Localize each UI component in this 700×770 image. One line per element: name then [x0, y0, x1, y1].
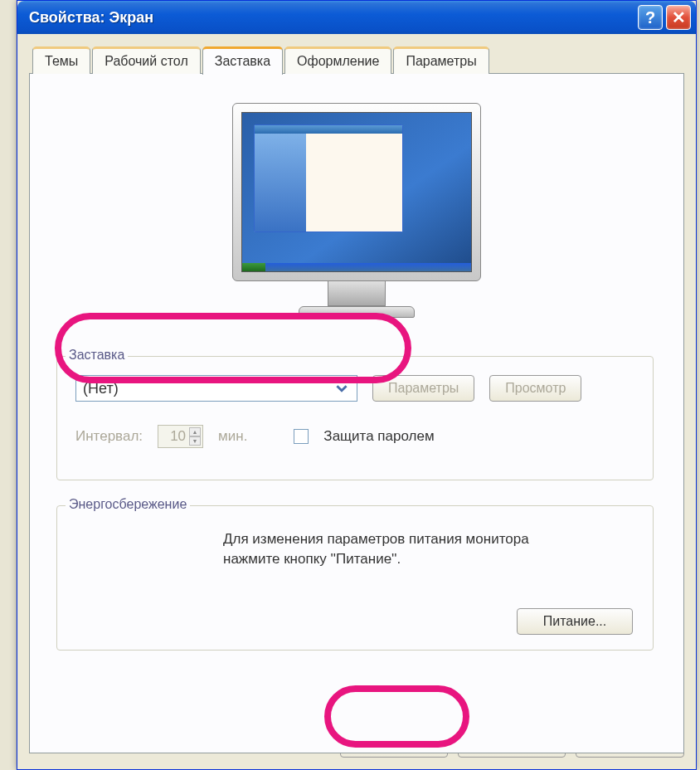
power-text-line: нажмите кнопку ''Питание''. — [223, 551, 401, 567]
screensaver-groupbox: Заставка (Нет) Параметры Просмотр Интерв… — [56, 356, 654, 480]
interval-label: Интервал: — [75, 428, 143, 445]
screensaver-preview-button[interactable]: Просмотр — [489, 375, 581, 402]
tab-appearance[interactable]: Оформление — [284, 46, 391, 74]
preview-start-button — [242, 263, 265, 271]
preview-window-body — [255, 134, 402, 231]
monitor-screen — [241, 112, 472, 272]
tab-desktop[interactable]: Рабочий стол — [92, 46, 200, 74]
tab-strip: Темы Рабочий стол Заставка Оформление Па… — [29, 46, 684, 74]
password-checkbox[interactable] — [294, 429, 309, 444]
titlebar[interactable]: Свойства: Экран ? ✕ — [17, 1, 696, 34]
power-text: Для изменения параметров питания монитор… — [223, 529, 633, 569]
interval-value: 10 — [170, 428, 186, 445]
tab-label: Оформление — [297, 54, 379, 68]
power-text-line: Для изменения параметров питания монитор… — [223, 531, 529, 547]
preview-window-title — [255, 125, 402, 134]
preview-main — [306, 134, 402, 231]
monitor-base — [299, 306, 415, 318]
spinner-down-icon[interactable]: ▼ — [189, 436, 201, 446]
close-button[interactable]: ✕ — [666, 5, 691, 30]
screensaver-group-label: Заставка — [66, 348, 128, 363]
preview-sidebar — [255, 134, 306, 231]
left-margin — [0, 0, 17, 770]
help-button[interactable]: ? — [638, 5, 663, 30]
monitor-stand — [328, 281, 386, 306]
tab-label: Параметры — [406, 54, 476, 68]
preview-taskbar — [242, 263, 471, 271]
interval-spinner[interactable]: 10 ▲ ▼ — [158, 425, 203, 448]
tab-panel: Заставка (Нет) Параметры Просмотр Интерв… — [29, 73, 684, 753]
tab-label: Темы — [45, 54, 78, 68]
screensaver-combo[interactable]: (Нет) — [75, 375, 357, 402]
client-area: Темы Рабочий стол Заставка Оформление Па… — [17, 34, 696, 769]
screensaver-settings-button[interactable]: Параметры — [372, 375, 474, 402]
window-title: Свойства: Экран — [29, 9, 634, 27]
tab-label: Заставка — [215, 54, 270, 68]
monitor-bezel — [232, 103, 481, 281]
tab-settings[interactable]: Параметры — [393, 46, 489, 74]
display-properties-window: Свойства: Экран ? ✕ Темы Рабочий стол За… — [17, 0, 697, 770]
tab-label: Рабочий стол — [105, 54, 187, 68]
preview-window — [254, 124, 403, 232]
close-icon: ✕ — [672, 7, 686, 27]
screensaver-combo-value: (Нет) — [83, 380, 119, 397]
power-group-label: Энергосбережение — [66, 497, 190, 512]
spinner-arrows[interactable]: ▲ ▼ — [189, 427, 201, 446]
password-label: Защита паролем — [323, 428, 434, 445]
monitor-preview — [232, 103, 481, 327]
tab-screensaver[interactable]: Заставка — [202, 46, 283, 75]
spinner-up-icon[interactable]: ▲ — [189, 427, 201, 436]
power-button[interactable]: Питание... — [517, 608, 633, 635]
chevron-down-icon — [333, 380, 350, 397]
help-icon: ? — [645, 8, 655, 27]
interval-unit: мин. — [218, 428, 247, 445]
power-groupbox: Энергосбережение Для изменения параметро… — [56, 505, 654, 651]
tab-themes[interactable]: Темы — [32, 46, 90, 74]
